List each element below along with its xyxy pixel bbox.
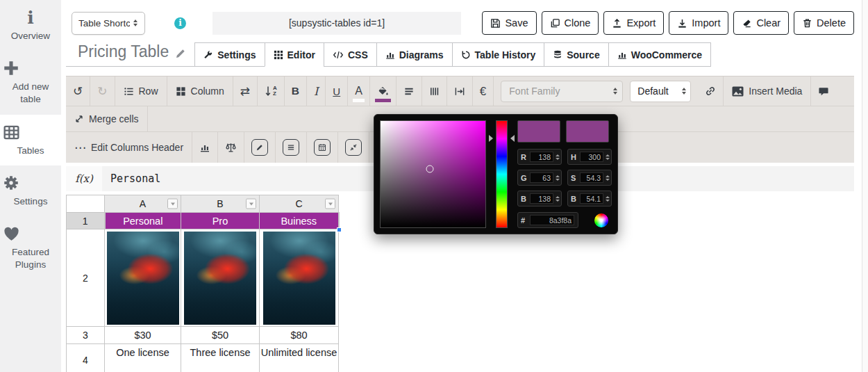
filter-button[interactable] [246,199,256,209]
tab-editor[interactable]: Editor [265,42,324,67]
tab-source[interactable]: Source [544,42,608,67]
cell-date-button[interactable] [307,132,338,163]
field-value[interactable]: 138 [530,193,553,204]
fill-handle[interactable] [337,227,342,232]
stepper-icon[interactable] [606,196,610,202]
align-button[interactable] [397,76,422,106]
current-color-swatch[interactable] [517,120,560,143]
shortcode-field[interactable]: [supsystic-tables id=1] [212,12,461,35]
column-header-b[interactable]: B [181,195,260,213]
color-wheel-icon[interactable] [594,213,608,227]
hsb-s-field[interactable]: S 54.3 [567,170,612,186]
tab-css[interactable]: CSS [324,42,377,67]
link-button[interactable] [698,76,724,106]
edit-columns-header-button[interactable]: ⋯ Edit Columns Header [66,132,192,163]
font-family-select[interactable]: Font Family [501,81,623,102]
clear-button[interactable]: Clear [733,11,789,35]
cell-a1[interactable]: Personal [105,213,181,229]
clone-button[interactable]: Clone [542,11,599,35]
saturation-value-area[interactable] [380,120,486,228]
swap-button[interactable]: ⇄ [233,76,258,106]
fill-color-button[interactable] [370,76,397,106]
shrink-cell-button[interactable] [338,132,369,163]
column-button[interactable]: Column [167,76,233,106]
cell-list-button[interactable] [276,132,307,163]
filter-button[interactable] [325,199,335,209]
sidebar-item-add-new-table[interactable]: Add new table [0,51,61,114]
import-button[interactable]: Import [669,11,728,35]
table-shortcode-select[interactable]: Table Shortcode [72,12,145,35]
export-button[interactable]: Export [603,11,664,35]
save-button[interactable]: Save [482,11,536,35]
cell-c4[interactable]: Unlimited license [260,344,339,372]
field-value[interactable]: 63 [530,172,553,183]
info-icon[interactable]: i [174,17,186,29]
hue-slider[interactable] [496,120,508,228]
wrap-text-button[interactable] [447,76,473,106]
stepper-icon[interactable] [606,175,610,181]
filter-button[interactable] [167,199,178,209]
font-size-select[interactable]: Default [630,81,691,102]
tab-table-history[interactable]: Table History [452,42,545,67]
italic-button[interactable]: I [307,76,326,106]
rgb-b-field[interactable]: B 138 [517,191,562,207]
column-header-a[interactable]: A [105,195,181,213]
sort-button[interactable]: AZ [258,76,285,106]
sidebar-item-tables[interactable]: Tables [0,115,61,165]
column-header-c[interactable]: C [260,195,339,213]
cell-c2[interactable] [260,229,339,327]
edit-cell-button[interactable] [244,132,276,163]
color-cursor[interactable] [426,165,433,172]
undo-button[interactable]: ↺ [66,76,90,106]
rgb-r-field[interactable]: R 138 [517,149,562,165]
stepper-icon[interactable] [606,154,610,160]
hex-field[interactable]: # 8a3f8a [517,212,578,228]
tab-settings[interactable]: Settings [194,42,265,67]
scrollbar[interactable] [862,0,868,372]
stepper-icon[interactable] [556,154,560,160]
cell-b4[interactable]: Three license [181,344,260,372]
cell-c3[interactable]: $80 [260,327,339,344]
tab-woocommerce[interactable]: WooCommerce [608,42,711,67]
bold-button[interactable]: B [285,76,307,106]
sidebar-item-overview[interactable]: i Overview [0,0,61,51]
font-color-button[interactable]: A [348,76,370,106]
cell-b3[interactable]: $50 [181,327,260,344]
underline-button[interactable]: U [326,76,348,106]
sidebar-item-settings[interactable]: Settings [0,165,61,216]
cell-b2[interactable] [181,229,260,327]
row-button[interactable]: Row [115,76,167,106]
sidebar-item-featured-plugins[interactable]: Featured Plugins [0,216,61,280]
hsb-h-field[interactable]: H 300 [567,149,612,165]
field-value[interactable]: 54.1 [580,193,603,204]
corner-cell[interactable] [67,195,105,213]
redo-button[interactable]: ↻ [90,76,115,106]
cell-a4[interactable]: One license [105,344,181,372]
row-number[interactable]: 3 [67,327,105,344]
field-value[interactable]: 300 [580,152,603,162]
previous-color-swatch[interactable] [566,120,609,143]
merge-cells-button[interactable]: Merge cells [66,106,148,131]
row-number[interactable]: 1 [67,213,105,229]
currency-button[interactable]: € [473,76,494,106]
field-value[interactable]: 138 [530,152,553,162]
cell-chart-button[interactable] [192,132,218,163]
delete-button[interactable]: Delete [794,11,854,35]
cell-a3[interactable]: $30 [105,327,181,344]
comment-button[interactable] [811,76,836,106]
compare-button[interactable] [218,132,244,163]
tab-diagrams[interactable]: Diagrams [376,42,453,67]
cell-c1[interactable]: Buiness [260,213,339,229]
rgb-g-field[interactable]: G 63 [517,170,562,186]
row-number[interactable]: 4 [67,344,105,372]
cell-b1[interactable]: Pro [181,213,260,229]
field-value[interactable]: 54.3 [580,172,603,183]
cell-a2[interactable] [105,229,181,327]
insert-media-button[interactable]: Insert Media [724,76,811,106]
borders-button[interactable] [422,76,447,106]
stepper-icon[interactable] [556,196,560,202]
row-number[interactable]: 2 [67,229,105,327]
hex-value[interactable]: 8a3f8a [530,215,574,225]
hsb-b-field[interactable]: B 54.1 [567,191,612,207]
edit-title-icon[interactable] [175,48,186,59]
